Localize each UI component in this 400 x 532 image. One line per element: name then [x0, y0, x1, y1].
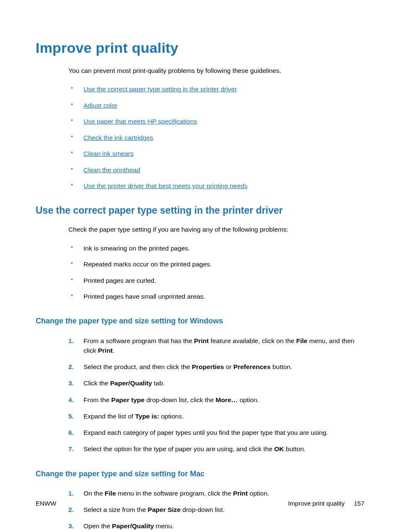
toc-link[interactable]: Adjust color	[83, 102, 117, 109]
toc-link[interactable]: Use paper that meets HP specifications	[83, 118, 197, 125]
toc-item: Adjust color	[68, 98, 364, 114]
toc-link[interactable]: Use the printer driver that best meets y…	[83, 182, 247, 189]
step-item: Expand each category of paper types unti…	[68, 424, 364, 441]
toc-item: Use the correct paper type setting in th…	[68, 81, 364, 97]
toc-item: Clean ink smears	[68, 146, 364, 162]
toc-link[interactable]: Use the correct paper type setting in th…	[83, 85, 237, 93]
page-title: Improve print quality	[36, 40, 364, 56]
subsection-heading-mac: Change the paper type and size setting f…	[36, 468, 364, 479]
step-item: From the Paper type drop-down list, clic…	[68, 392, 364, 408]
footer-left: ENWW	[36, 500, 56, 507]
toc-item: Use the printer driver that best meets y…	[68, 178, 364, 194]
page-footer: ENWW Improve print quality 157	[36, 500, 364, 507]
toc-link[interactable]: Clean the printhead	[83, 166, 140, 173]
toc-list: Use the correct paper type setting in th…	[68, 81, 364, 194]
document-page: Improve print quality You can prevent mo…	[0, 0, 400, 532]
footer-section-name: Improve print quality	[288, 500, 345, 507]
subsection-heading-windows: Change the paper type and size setting f…	[36, 315, 364, 326]
toc-link[interactable]: Clean ink smears	[83, 150, 134, 157]
footer-right: Improve print quality 157	[288, 500, 364, 507]
windows-steps: From a software program that has the Pri…	[68, 333, 364, 457]
section-heading: Use the correct paper type setting in th…	[36, 204, 364, 217]
toc-item: Check the ink cartridges	[68, 130, 364, 146]
list-item: Ink is smearing on the printed pages.	[68, 240, 364, 256]
toc-item: Use paper that meets HP specifications	[68, 114, 364, 129]
step-item: Select the product, and then click the P…	[68, 359, 364, 375]
problem-list: Ink is smearing on the printed pages. Re…	[68, 240, 364, 305]
toc-item: Clean the printhead	[68, 162, 364, 178]
toc-link[interactable]: Check the ink cartridges	[83, 134, 153, 141]
list-item: Printed pages are curled.	[68, 273, 364, 289]
intro-text: You can prevent most print-quality probl…	[68, 66, 364, 75]
step-item: Expand the list of Type is: options.	[68, 408, 364, 424]
step-item: On the File menu in the software program…	[68, 485, 364, 501]
list-item: Printed pages have small unprinted areas…	[68, 289, 364, 305]
step-item: From a software program that has the Pri…	[68, 333, 364, 359]
step-item: Open the Paper/Quality menu.	[68, 518, 364, 532]
step-item: Click the Paper/Quality tab.	[68, 375, 364, 391]
list-item: Repeated marks occur on the printed page…	[68, 256, 364, 272]
page-number: 157	[354, 500, 364, 507]
mac-steps: On the File menu in the software program…	[68, 485, 364, 532]
page-content: You can prevent most print-quality probl…	[68, 66, 364, 532]
step-item: Select the option for the type of paper …	[68, 441, 364, 457]
section-intro: Check the paper type setting if you are …	[68, 225, 364, 234]
